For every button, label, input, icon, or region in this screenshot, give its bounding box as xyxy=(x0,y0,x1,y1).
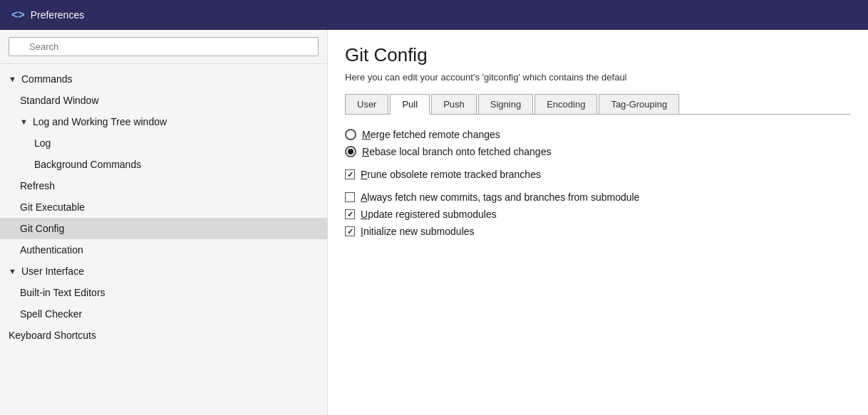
sidebar-item-standard-window[interactable]: Standard Window xyxy=(0,90,327,111)
expand-arrow-log: ▼ xyxy=(20,117,31,126)
sidebar-item-label: Git Config xyxy=(20,223,64,234)
checkbox-update-submodules-label: Update registered submodules xyxy=(361,209,497,220)
tree-navigation: ▼ Commands Standard Window ▼ Log and Wor… xyxy=(0,64,327,415)
sidebar-item-keyboard-shortcuts[interactable]: Keyboard Shortcuts xyxy=(0,325,327,346)
tab-tag-grouping[interactable]: Tag-Grouping xyxy=(599,94,679,114)
content-area: Git Config Here you can edit your accoun… xyxy=(328,30,868,415)
app-title: Preferences xyxy=(31,9,84,21)
main-layout: 🔍 ▼ Commands Standard Window ▼ Lo xyxy=(0,30,868,415)
sidebar-item-authentication[interactable]: Authentication xyxy=(0,239,327,261)
sidebar-item-git-executable[interactable]: Git Executable xyxy=(0,196,327,218)
sidebar-item-spell-checker[interactable]: Spell Checker xyxy=(0,303,327,325)
sidebar-item-refresh[interactable]: Refresh xyxy=(0,175,327,196)
checkbox-initialize-submodules: Initialize new submodules xyxy=(345,226,851,237)
checkbox-prune-input[interactable] xyxy=(345,169,355,179)
sidebar-item-label: Refresh xyxy=(20,180,55,191)
page-description: Here you can edit your account's 'gitcon… xyxy=(345,72,851,83)
radio-merge: Merge fetched remote changes xyxy=(345,129,851,140)
sidebar-item-user-interface[interactable]: ▼ User Interface xyxy=(0,261,327,282)
radio-merge-label: Merge fetched remote changes xyxy=(362,129,500,140)
sidebar-item-label: Commands xyxy=(21,73,73,85)
sidebar-item-label: Keyboard Shortcuts xyxy=(9,330,96,341)
tab-signing[interactable]: Signing xyxy=(478,94,533,114)
checkbox-update-submodules: Update registered submodules xyxy=(345,209,851,220)
tab-encoding[interactable]: Encoding xyxy=(534,94,597,114)
sidebar-item-label: Spell Checker xyxy=(20,308,82,320)
title-bar: <> Preferences xyxy=(0,0,868,30)
checkbox-initialize-submodules-label: Initialize new submodules xyxy=(361,226,475,237)
tab-bar: User Pull Push Signing Encoding Tag-Grou… xyxy=(345,94,851,115)
checkbox-always-fetch-input[interactable] xyxy=(345,192,355,202)
sidebar-item-label: Log and Working Tree window xyxy=(33,116,167,127)
checkbox-prune: Prune obsolete remote tracked branches xyxy=(345,169,851,180)
checkbox-always-fetch: Always fetch new commits, tags and branc… xyxy=(345,191,851,203)
search-wrapper: 🔍 xyxy=(0,30,327,64)
search-input[interactable] xyxy=(9,37,319,56)
sidebar-item-label: Built-in Text Editors xyxy=(20,287,105,298)
tab-pull[interactable]: Pull xyxy=(390,94,430,115)
sidebar: 🔍 ▼ Commands Standard Window ▼ Lo xyxy=(0,30,328,415)
page-title: Git Config xyxy=(345,44,851,66)
checkbox-update-submodules-input[interactable] xyxy=(345,209,355,219)
radio-rebase-input[interactable] xyxy=(345,146,356,157)
sidebar-item-background-commands[interactable]: Background Commands xyxy=(0,154,327,175)
expand-arrow-commands: ▼ xyxy=(9,75,20,83)
sidebar-item-label: Standard Window xyxy=(20,95,99,106)
checkbox-always-fetch-label: Always fetch new commits, tags and branc… xyxy=(361,191,639,203)
sidebar-item-label: User Interface xyxy=(21,266,84,277)
sidebar-item-built-in-editors[interactable]: Built-in Text Editors xyxy=(0,282,327,303)
sidebar-item-label: Background Commands xyxy=(34,159,141,170)
radio-rebase-label: Rebase local branch onto fetched changes xyxy=(362,146,551,157)
sidebar-item-label: Log xyxy=(34,137,51,149)
pull-tab-content: Merge fetched remote changes Rebase loca… xyxy=(328,129,868,243)
sidebar-item-git-config[interactable]: Git Config xyxy=(0,218,327,239)
checkbox-prune-label: Prune obsolete remote tracked branches xyxy=(361,169,541,180)
radio-rebase: Rebase local branch onto fetched changes xyxy=(345,146,851,157)
tab-push[interactable]: Push xyxy=(431,94,477,114)
sidebar-item-label: Authentication xyxy=(20,244,83,256)
checkbox-initialize-submodules-input[interactable] xyxy=(345,226,355,236)
sidebar-item-label: Git Executable xyxy=(20,201,85,213)
radio-merge-input[interactable] xyxy=(345,129,356,140)
sidebar-item-log-working-tree[interactable]: ▼ Log and Working Tree window xyxy=(0,111,327,132)
expand-arrow-ui: ▼ xyxy=(9,267,20,275)
app-logo: <> xyxy=(11,9,25,21)
sidebar-item-log[interactable]: Log xyxy=(0,132,327,154)
tab-user[interactable]: User xyxy=(345,94,388,114)
sidebar-item-commands[interactable]: ▼ Commands xyxy=(0,68,327,90)
